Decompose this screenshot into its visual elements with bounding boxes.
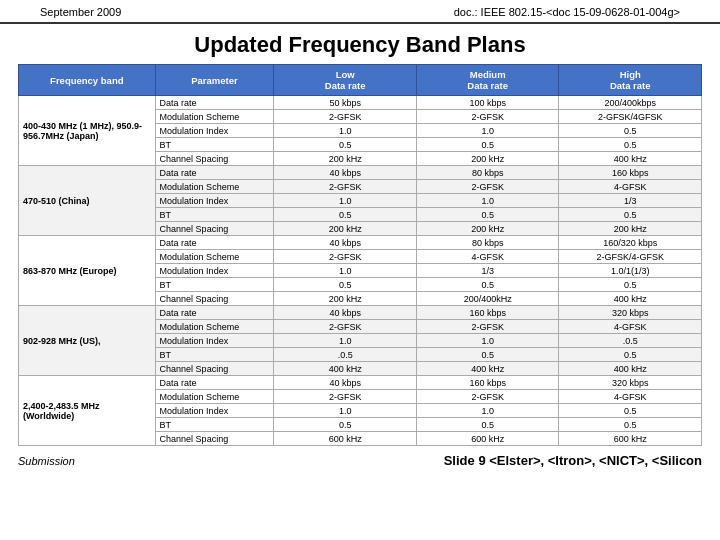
data-cell: 2-GFSK — [274, 390, 417, 404]
freq-band-cell: 902-928 MHz (US), — [19, 306, 156, 376]
data-cell: 1.0 — [274, 194, 417, 208]
param-cell: Channel Spacing — [155, 152, 274, 166]
table-container: Frequency band Parameter LowData rate Me… — [0, 64, 720, 446]
freq-band-cell: 400-430 MHz (1 MHz), 950.9-956.7MHz (Jap… — [19, 96, 156, 166]
data-cell: 200 kHz — [274, 222, 417, 236]
data-cell: 0.5 — [559, 208, 702, 222]
param-cell: BT — [155, 208, 274, 222]
data-cell: 200 kHz — [274, 152, 417, 166]
data-cell: 320 kbps — [559, 376, 702, 390]
data-cell: 4-GFSK — [416, 250, 559, 264]
data-cell: 40 kbps — [274, 236, 417, 250]
footer-left: Submission — [18, 455, 75, 467]
data-cell: 400 kHz — [559, 362, 702, 376]
header-left: September 2009 — [40, 6, 121, 18]
param-cell: Data rate — [155, 306, 274, 320]
data-cell: 50 kbps — [274, 96, 417, 110]
data-cell: 0.5 — [416, 208, 559, 222]
param-cell: Channel Spacing — [155, 292, 274, 306]
param-cell: Modulation Index — [155, 404, 274, 418]
data-cell: 0.5 — [559, 138, 702, 152]
data-cell: 40 kbps — [274, 166, 417, 180]
data-cell: 400 kHz — [416, 362, 559, 376]
param-cell: Data rate — [155, 376, 274, 390]
header: September 2009 doc.: IEEE 802.15-<doc 15… — [0, 0, 720, 24]
param-cell: Data rate — [155, 96, 274, 110]
data-cell: 160 kbps — [559, 166, 702, 180]
data-cell: 2-GFSK — [416, 320, 559, 334]
param-cell: Channel Spacing — [155, 432, 274, 446]
param-cell: Modulation Scheme — [155, 390, 274, 404]
data-cell: 2-GFSK — [274, 180, 417, 194]
data-cell: .0.5 — [274, 348, 417, 362]
data-cell: 2-GFSK — [274, 320, 417, 334]
footer-bar: Submission Slide 9 <Elster>, <Itron>, <N… — [0, 449, 720, 472]
data-cell: 1.0 — [416, 334, 559, 348]
data-cell: 80 kbps — [416, 236, 559, 250]
data-cell: 40 kbps — [274, 376, 417, 390]
data-cell: 0.5 — [416, 418, 559, 432]
data-cell: 0.5 — [559, 278, 702, 292]
data-cell: 200/400kbps — [559, 96, 702, 110]
data-cell: 600 kHz — [559, 432, 702, 446]
param-cell: BT — [155, 418, 274, 432]
data-cell: 0.5 — [416, 348, 559, 362]
data-cell: 600 kHz — [274, 432, 417, 446]
data-cell: 0.5 — [274, 418, 417, 432]
param-cell: Modulation Scheme — [155, 250, 274, 264]
param-cell: Modulation Scheme — [155, 180, 274, 194]
data-cell: 200 kHz — [274, 292, 417, 306]
data-cell: 0.5 — [559, 418, 702, 432]
data-cell: 400 kHz — [559, 292, 702, 306]
data-cell: 200 kHz — [416, 152, 559, 166]
data-cell: 4-GFSK — [559, 390, 702, 404]
data-cell: 0.5 — [274, 138, 417, 152]
frequency-table: Frequency band Parameter LowData rate Me… — [18, 64, 702, 446]
data-cell: 0.5 — [559, 404, 702, 418]
data-cell: 4-GFSK — [559, 320, 702, 334]
data-cell: 1.0 — [416, 194, 559, 208]
data-cell: 0.5 — [416, 138, 559, 152]
data-cell: 1.0 — [274, 124, 417, 138]
data-cell: 0.5 — [274, 208, 417, 222]
data-cell: 400 kHz — [559, 152, 702, 166]
data-cell: 2-GFSK — [416, 390, 559, 404]
freq-band-cell: 470-510 (China) — [19, 166, 156, 236]
data-cell: 2-GFSK — [416, 110, 559, 124]
col-header-low: LowData rate — [274, 65, 417, 96]
data-cell: 4-GFSK — [559, 180, 702, 194]
data-cell: 0.5 — [416, 278, 559, 292]
param-cell: BT — [155, 348, 274, 362]
data-cell: 600 kHz — [416, 432, 559, 446]
data-cell: 2-GFSK/4GFSK — [559, 110, 702, 124]
param-cell: Data rate — [155, 236, 274, 250]
data-cell: 0.5 — [559, 348, 702, 362]
data-cell: 2-GFSK — [274, 250, 417, 264]
data-cell: 100 kbps — [416, 96, 559, 110]
param-cell: Modulation Index — [155, 334, 274, 348]
param-cell: Channel Spacing — [155, 222, 274, 236]
data-cell: 1.0 — [274, 404, 417, 418]
data-cell: 0.5 — [559, 124, 702, 138]
freq-band-cell: 863-870 MHz (Europe) — [19, 236, 156, 306]
data-cell: 160 kbps — [416, 376, 559, 390]
data-cell: 80 kbps — [416, 166, 559, 180]
data-cell: 1.0 — [274, 334, 417, 348]
data-cell: 1.0 — [416, 404, 559, 418]
param-cell: Modulation Index — [155, 194, 274, 208]
data-cell: 1/3 — [416, 264, 559, 278]
data-cell: 2-GFSK — [416, 180, 559, 194]
data-cell: 1.0/1(1/3) — [559, 264, 702, 278]
data-cell: 2-GFSK — [274, 110, 417, 124]
data-cell: 200 kHz — [416, 222, 559, 236]
data-cell: 160/320 kbps — [559, 236, 702, 250]
col-header-parameter: Parameter — [155, 65, 274, 96]
param-cell: Modulation Scheme — [155, 320, 274, 334]
data-cell: 200 kHz — [559, 222, 702, 236]
data-cell: .0.5 — [559, 334, 702, 348]
param-cell: Data rate — [155, 166, 274, 180]
data-cell: 1.0 — [416, 124, 559, 138]
col-header-freq-band: Frequency band — [19, 65, 156, 96]
data-cell: 0.5 — [274, 278, 417, 292]
col-header-high: HighData rate — [559, 65, 702, 96]
